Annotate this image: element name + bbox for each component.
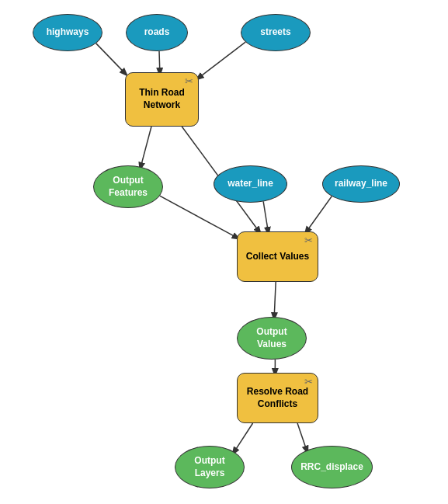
svg-line-2 [159,51,160,72]
railway_line: railway_line [322,165,400,203]
resolve_road_conflicts-scissors-icon: ✂ [304,376,313,388]
output_layers: Output Layers [175,446,245,488]
svg-line-11 [234,423,253,452]
output_features: Output Features [93,165,163,208]
output_features-label: Output Features [109,175,148,199]
resolve_road_conflicts-label: Resolve Road Conflicts [247,386,308,410]
svg-line-9 [274,282,276,317]
svg-line-3 [199,42,245,78]
output_values-label: Output Values [256,326,287,350]
svg-line-4 [141,127,151,167]
collect_values-scissors-icon: ✂ [304,235,313,246]
roads: roads [126,14,188,51]
water_line-label: water_line [227,178,273,190]
connections-svg [0,0,448,504]
water_line: water_line [214,165,287,203]
svg-line-1 [96,43,125,74]
output_layers-label: Output Layers [194,455,224,479]
thin_road_network-scissors-icon: ✂ [185,75,193,87]
thin_road_network-label: Thin Road Network [139,87,185,111]
svg-line-6 [160,196,237,238]
svg-line-12 [297,423,307,450]
rrc_displace: RRC_displace [291,446,373,488]
streets: streets [241,14,311,51]
highways: highways [33,14,102,51]
rrc_displace-label: RRC_displace [300,461,363,474]
collect_values-label: Collect Values [246,251,309,263]
svg-line-7 [263,201,268,231]
railway_line-label: railway_line [335,178,387,190]
output_values: Output Values [237,317,307,360]
streets-label: streets [260,26,290,39]
svg-line-8 [307,196,332,231]
highways-label: highways [47,26,89,39]
roads-label: roads [144,26,170,39]
